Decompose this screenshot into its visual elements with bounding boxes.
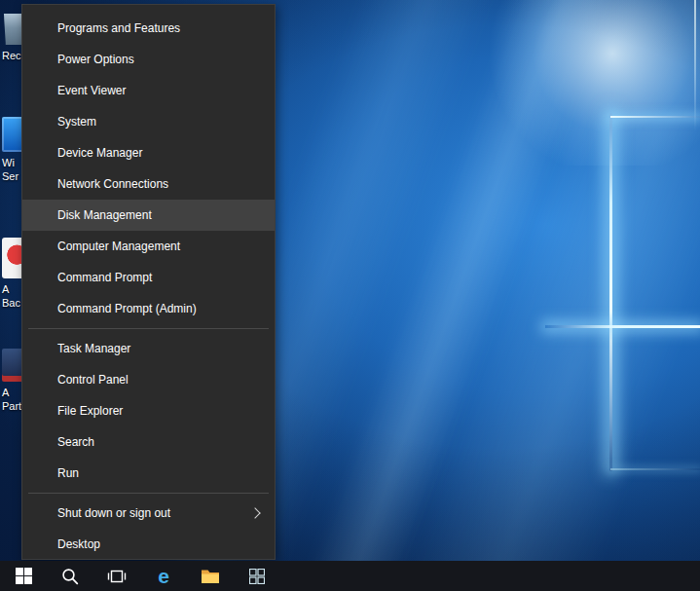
menu-item-power-options[interactable]: Power Options [22,44,275,75]
task-view-icon [107,569,127,584]
file-explorer-icon [201,569,220,584]
menu-item-programs-and-features[interactable]: Programs and Features [22,13,275,44]
desktop-screen: Rec Wi Ser A Bac A Part Programs and Fea… [0,0,700,591]
start-button[interactable] [0,561,47,591]
menu-item-search[interactable]: Search [22,426,275,458]
taskbar: e [0,561,700,591]
menu-item-device-manager[interactable]: Device Manager [22,137,275,168]
file-explorer-button[interactable] [187,561,234,591]
menu-separator [28,328,269,329]
app-grid-button[interactable] [234,561,280,591]
menu-item-task-manager[interactable]: Task Manager [22,333,275,364]
desktop-icon-label: A [2,386,9,399]
menu-item-file-explorer[interactable]: File Explorer [22,395,275,426]
menu-item-system[interactable]: System [22,106,275,137]
desktop-icon-label: Wi [2,156,15,169]
menu-item-network-connections[interactable]: Network Connections [22,168,275,200]
chevron-right-icon [249,507,260,518]
menu-item-command-prompt[interactable]: Command Prompt [22,262,275,293]
menu-item-event-viewer[interactable]: Event Viewer [22,75,275,106]
menu-item-disk-management[interactable]: Disk Management [22,200,275,231]
menu-item-label: Shut down or sign out [57,506,170,520]
start-icon [16,568,32,584]
winx-menu: Programs and Features Power Options Even… [21,4,276,560]
menu-separator [28,493,269,494]
app-grid-icon [249,569,265,584]
search-button[interactable] [47,561,93,591]
edge-icon: e [158,566,169,586]
task-view-button[interactable] [93,561,140,591]
menu-item-command-prompt-admin[interactable]: Command Prompt (Admin) [22,293,275,324]
desktop-icon-label: Rec [2,49,21,62]
desktop-icon-label: Part [2,399,21,413]
desktop-icon-label: A [2,282,9,296]
menu-item-computer-management[interactable]: Computer Management [22,231,275,262]
desktop-icon-label: Bac [2,296,20,310]
search-icon [61,568,79,585]
menu-item-desktop[interactable]: Desktop [22,529,275,560]
menu-item-control-panel[interactable]: Control Panel [22,364,275,395]
menu-item-shut-down-or-sign-out[interactable]: Shut down or sign out [22,498,275,529]
edge-browser-button[interactable]: e [140,561,187,591]
desktop-icon-label: Ser [2,169,18,183]
menu-item-run[interactable]: Run [22,458,275,489]
